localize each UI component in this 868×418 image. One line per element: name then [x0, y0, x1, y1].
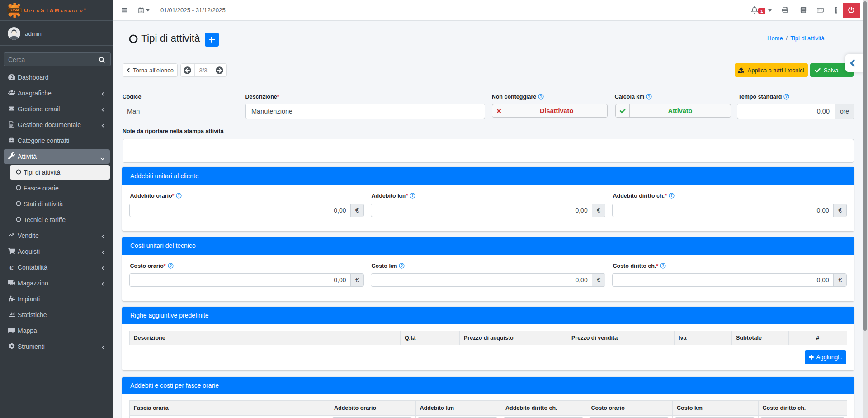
svg-text:?: ?	[411, 193, 414, 198]
svg-text:?: ?	[170, 263, 172, 268]
svg-text:?: ?	[540, 94, 542, 99]
svg-text:?: ?	[178, 193, 180, 198]
svg-text:?: ?	[401, 263, 403, 268]
svg-text:?: ?	[670, 193, 673, 198]
svg-text:?: ?	[648, 94, 650, 99]
svg-text:?: ?	[662, 263, 664, 268]
svg-text:?: ?	[785, 94, 788, 99]
svg-text:OSM: OSM	[11, 8, 19, 12]
